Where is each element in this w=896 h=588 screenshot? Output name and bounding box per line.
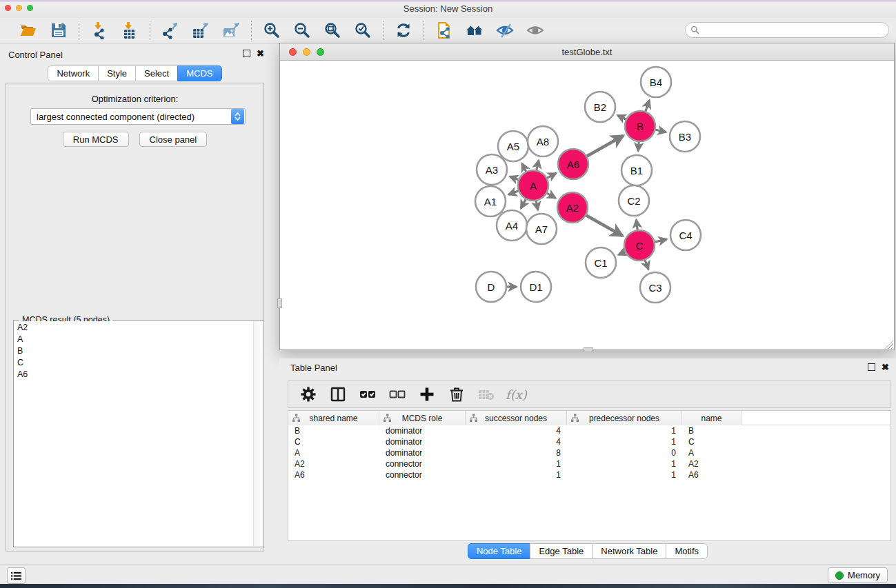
show-all-icon[interactable] (525, 21, 546, 40)
cell-MCDS-role[interactable]: dominator (379, 425, 466, 436)
table-row[interactable]: Adominator80A (288, 447, 890, 458)
cell-successor-nodes[interactable]: 4 (466, 436, 567, 447)
node-A3[interactable]: A3 (477, 154, 507, 185)
node-D1[interactable]: D1 (521, 272, 551, 302)
tab-edge-table[interactable]: Edge Table (530, 543, 593, 559)
node-D[interactable]: D (476, 272, 506, 302)
node-C3[interactable]: C3 (640, 272, 670, 303)
optimization-criterion-dropdown[interactable]: largest connected component (directed) (30, 108, 246, 125)
table-row[interactable]: A6connector11A6 (288, 469, 890, 480)
edge-A6-B[interactable] (585, 136, 623, 157)
cell-successor-nodes[interactable]: 1 (466, 458, 567, 469)
cell-successor-nodes[interactable]: 1 (466, 469, 567, 480)
cell-shared-name[interactable]: C (288, 436, 379, 447)
column-header-shared-name[interactable]: shared name (288, 411, 379, 425)
tab-network[interactable]: Network (48, 65, 99, 81)
search-field[interactable] (685, 22, 889, 38)
column-header-predecessor-nodes[interactable]: predecessor nodes (567, 411, 682, 425)
result-item[interactable]: C (14, 356, 253, 368)
run-mcds-button[interactable]: Run MCDS (63, 132, 129, 147)
column-header-MCDS-role[interactable]: MCDS role (379, 411, 466, 425)
import-network-icon[interactable] (89, 21, 110, 40)
table-row[interactable]: Bdominator41B (288, 425, 890, 436)
first-neighbors-icon[interactable] (464, 21, 485, 40)
node-table[interactable]: shared nameMCDS rolesuccessor nodesprede… (288, 410, 891, 541)
open-session-icon[interactable] (18, 21, 39, 40)
result-item[interactable]: A2 (14, 321, 253, 333)
close-table-panel-icon[interactable]: ✖ (882, 363, 889, 371)
node-C2[interactable]: C2 (619, 185, 649, 216)
cell-name[interactable]: A2 (682, 458, 741, 469)
network-canvas[interactable]: B4 B2 B B3 A5 A8 A6 B1 A3 A A1 C2 A2 A4 … (280, 61, 894, 349)
cell-MCDS-role[interactable]: connector (379, 469, 466, 480)
delete-row-icon[interactable] (446, 384, 467, 405)
node-A5[interactable]: A5 (498, 131, 528, 161)
close-panel-button[interactable]: Close panel (139, 132, 208, 147)
show-columns-icon[interactable] (328, 384, 348, 405)
node-B4[interactable]: B4 (641, 67, 671, 97)
export-table-icon[interactable] (190, 21, 211, 40)
node-A7[interactable]: A7 (526, 214, 557, 244)
node-A1[interactable]: A1 (475, 186, 506, 216)
node-C4[interactable]: C4 (670, 220, 701, 250)
unselect-all-columns-icon[interactable] (387, 384, 408, 405)
add-row-icon[interactable] (417, 384, 437, 405)
node-A8[interactable]: A8 (528, 126, 558, 156)
zoom-fit-icon[interactable] (322, 21, 343, 40)
node-A4[interactable]: A4 (497, 210, 527, 241)
node-A6[interactable]: A6 (558, 149, 588, 179)
close-panel-icon[interactable]: ✖ (257, 50, 264, 57)
result-item[interactable]: A (14, 333, 253, 345)
cell-predecessor-nodes[interactable]: 1 (567, 436, 682, 447)
cell-name[interactable]: A (682, 447, 741, 458)
cell-predecessor-nodes[interactable]: 1 (567, 469, 682, 480)
node-B1[interactable]: B1 (621, 155, 652, 185)
cell-successor-nodes[interactable]: 4 (466, 425, 567, 436)
cell-name[interactable]: B (682, 425, 741, 436)
mcds-result-list[interactable]: A2ABCA6 (14, 321, 253, 546)
tab-select[interactable]: Select (135, 65, 178, 81)
edge-A2-C[interactable] (584, 214, 622, 236)
tab-mcds[interactable]: MCDS (177, 65, 221, 81)
zoom-in-icon[interactable] (261, 21, 282, 40)
table-row[interactable]: Cdominator41C (288, 436, 890, 447)
float-table-panel-icon[interactable] (868, 363, 875, 371)
node-C1[interactable]: C1 (586, 247, 616, 278)
window-resize-grip-left[interactable] (277, 298, 282, 308)
node-B3[interactable]: B3 (670, 121, 700, 152)
cell-MCDS-role[interactable]: dominator (379, 436, 466, 447)
network-window-titlebar[interactable]: testGlobe.txt (280, 43, 894, 61)
tab-style[interactable]: Style (98, 65, 136, 81)
cell-name[interactable]: A6 (682, 469, 741, 480)
select-all-columns-icon[interactable] (357, 384, 378, 405)
node-B[interactable]: B (625, 111, 655, 141)
node-A[interactable]: A (518, 170, 548, 201)
cell-shared-name[interactable]: A (288, 447, 379, 458)
zoom-selected-icon[interactable] (352, 21, 373, 40)
cell-shared-name[interactable]: A6 (288, 469, 379, 480)
cell-name[interactable]: C (682, 436, 741, 447)
column-header-successor-nodes[interactable]: successor nodes (466, 411, 567, 425)
zoom-out-icon[interactable] (292, 21, 312, 40)
refresh-icon[interactable] (393, 21, 414, 40)
window-resize-grip-corner[interactable] (884, 339, 893, 349)
cell-shared-name[interactable]: A2 (288, 458, 379, 469)
cell-shared-name[interactable]: B (288, 425, 379, 436)
node-B2[interactable]: B2 (585, 92, 615, 122)
hide-selection-icon[interactable] (495, 21, 515, 40)
cell-MCDS-role[interactable]: dominator (379, 447, 466, 458)
save-session-icon[interactable] (48, 21, 69, 40)
cell-predecessor-nodes[interactable]: 0 (567, 447, 682, 458)
result-item[interactable]: B (14, 345, 253, 356)
search-input[interactable] (699, 26, 888, 35)
window-resize-grip-bottom[interactable] (584, 347, 593, 352)
result-scrollbar[interactable] (253, 321, 263, 546)
cell-successor-nodes[interactable]: 8 (466, 447, 567, 458)
tab-motifs[interactable]: Motifs (666, 543, 708, 559)
table-row[interactable]: A2connector11A2 (288, 458, 890, 469)
import-table-icon[interactable] (119, 21, 140, 40)
network-from-selection-icon[interactable] (434, 21, 455, 40)
tab-network-table[interactable]: Network Table (592, 543, 666, 559)
node-C[interactable]: C (624, 230, 655, 261)
cell-MCDS-role[interactable]: connector (379, 458, 466, 469)
